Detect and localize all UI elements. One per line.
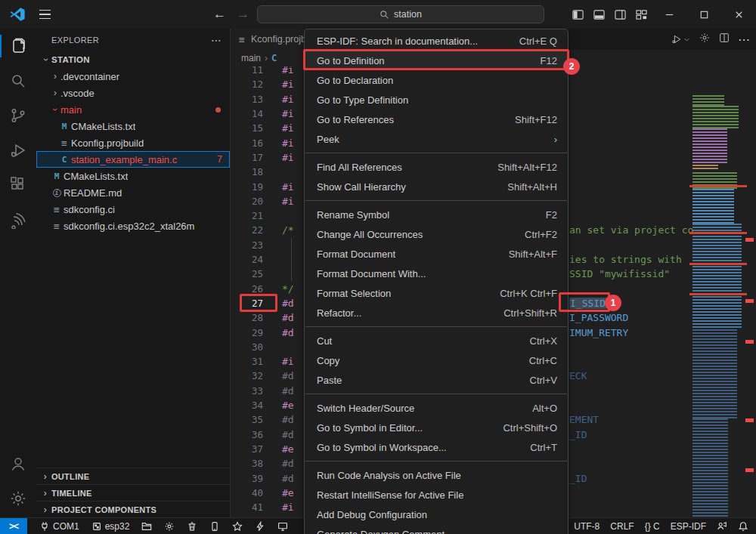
file-type-icon-list: ≡ [50, 221, 64, 232]
tree-item-sdkconfig-ci[interactable]: ≡sdkconfig.ci [36, 201, 230, 218]
overview-error-mark [745, 238, 754, 242]
status-esp-idf[interactable]: ESP-IDF [671, 521, 706, 532]
tree-item-station-example-main-c[interactable]: Cstation_example_main.c7 [36, 151, 230, 168]
menu-item-switch-header-source[interactable]: Switch Header/SourceAlt+O [305, 398, 568, 418]
overview-error-mark [745, 418, 754, 422]
menu-item-refactor[interactable]: Refactor...Ctrl+Shift+R [305, 303, 568, 323]
minimap-code-block [692, 224, 742, 329]
config-file-icon: ≡ [237, 34, 247, 45]
menu-item-restart-intellisense-for-active-file[interactable]: Restart IntelliSense for Active File [305, 485, 568, 505]
sidebar-section-project-components[interactable]: ›PROJECT COMPONENTS [36, 501, 230, 517]
maximize-button[interactable] [686, 0, 721, 29]
command-center-search[interactable]: station [257, 5, 544, 23]
editor-gear-icon[interactable] [699, 32, 711, 47]
status-trash-icon[interactable] [187, 521, 197, 532]
extensions-icon[interactable] [0, 168, 36, 202]
explorer-sidebar: EXPLORER ⋯ › STATION ›.devcontainer›.vsc… [36, 29, 231, 517]
nav-forward-button[interactable]: → [237, 7, 249, 22]
settings-gear-icon[interactable] [0, 481, 36, 516]
run-debug-icon[interactable] [0, 133, 36, 168]
code-text-right: SSID "mywifissid" [569, 268, 670, 279]
tree-item-cmakelists-txt[interactable]: MCMakeLists.txt [36, 118, 230, 134]
menu-item-go-to-references[interactable]: Go to ReferencesShift+F12 [305, 110, 568, 129]
menu-item-rename-symbol[interactable]: Rename SymbolF2 [305, 205, 568, 224]
remote-indicator[interactable]: >< [0, 518, 27, 534]
status-feedback-icon[interactable] [717, 521, 727, 532]
sidebar-section-timeline[interactable]: ›TIMELINE [36, 484, 230, 501]
menu-item-change-all-occurrences[interactable]: Change All OccurrencesCtrl+F2 [305, 224, 568, 244]
tree-item-kconfig-projbuild[interactable]: ≡Kconfig.projbuild [36, 134, 230, 151]
menu-item-go-to-type-definition[interactable]: Go to Type Definition [305, 90, 568, 110]
tree-item-main[interactable]: ›main [36, 101, 230, 118]
code-text: #d [282, 298, 294, 309]
menu-item-format-document-with[interactable]: Format Document With... [305, 264, 568, 283]
status-bell-icon[interactable] [738, 521, 748, 532]
status--c[interactable]: {} C [645, 521, 660, 532]
line-number: 23 [231, 239, 263, 251]
source-control-icon[interactable] [0, 98, 36, 133]
vscode-logo [9, 6, 26, 23]
split-editor-icon[interactable] [718, 32, 730, 47]
line-number: 37 [231, 443, 263, 455]
close-button[interactable] [721, 0, 756, 29]
menu-item-go-to-definition[interactable]: Go to DefinitionF12 [305, 51, 568, 70]
customize-layout-icon[interactable] [631, 0, 652, 29]
minimap-error-line [689, 293, 747, 295]
toggle-panel-icon[interactable] [588, 0, 609, 29]
status-esp32[interactable]: esp32 [91, 521, 130, 532]
code-text: #i [282, 356, 294, 367]
code-text: #d [282, 312, 294, 323]
workspace-root[interactable]: › STATION [36, 51, 230, 68]
tree-item-cmakelists-txt[interactable]: MCMakeLists.txt [36, 168, 230, 184]
status-crlf[interactable]: CRLF [610, 521, 634, 532]
code-text: #e [282, 443, 294, 455]
tree-item-readme-md[interactable]: iREADME.md [36, 184, 230, 201]
tree-item-sdkconfig-ci-esp32c2-xtal26m[interactable]: ≡sdkconfig.ci.esp32c2_xtal26m [36, 218, 230, 234]
editor-more-actions-icon[interactable]: ⋯ [738, 32, 750, 47]
menu-item-go-to-symbol-in-workspace[interactable]: Go to Symbol in Workspace...Ctrl+T [305, 437, 568, 457]
menu-item-go-to-symbol-in-editor[interactable]: Go to Symbol in Editor...Ctrl+Shift+O [305, 418, 568, 437]
status-folder-icon[interactable] [141, 521, 152, 532]
menu-item-format-document[interactable]: Format DocumentShift+Alt+F [305, 244, 568, 264]
minimap-error-line [689, 263, 747, 265]
status-monitor-icon[interactable] [277, 521, 288, 532]
status-bolt-icon[interactable] [255, 521, 265, 532]
run-or-debug-icon[interactable] [671, 33, 691, 45]
espressif-idf-icon[interactable] [0, 202, 36, 237]
tree-item--vscode[interactable]: ›.vscode [36, 85, 230, 101]
status-utf-8[interactable]: UTF-8 [574, 521, 600, 532]
account-icon[interactable] [0, 446, 36, 481]
menu-item-show-call-hierarchy[interactable]: Show Call HierarchyShift+Alt+H [305, 177, 568, 196]
hamburger-menu-icon[interactable] [39, 10, 51, 20]
status-gear-icon[interactable] [164, 521, 175, 532]
toggle-primary-sidebar-icon[interactable] [567, 0, 588, 29]
status-star-icon[interactable] [232, 521, 243, 532]
menu-item-run-code-analysis-on-active-file[interactable]: Run Code Analysis on Active File [305, 465, 568, 485]
line-number: 36 [231, 429, 263, 440]
nav-back-button[interactable]: ← [213, 7, 226, 22]
minimap[interactable] [689, 66, 747, 517]
menu-item-generate-doxygen-comment[interactable]: Generate Doxygen Comment [305, 524, 568, 534]
sidebar-section-outline[interactable]: ›OUTLINE [36, 468, 230, 484]
code-text-right: _ID [569, 473, 587, 484]
menu-item-cut[interactable]: CutCtrl+X [305, 331, 568, 350]
menu-item-go-to-declaration[interactable]: Go to Declaration [305, 70, 568, 90]
menu-item-add-debug-configuration[interactable]: Add Debug Configuration [305, 505, 568, 524]
search-icon [380, 10, 389, 20]
status-com1[interactable]: COM1 [39, 521, 79, 532]
explorer-more-actions-icon[interactable]: ⋯ [211, 34, 222, 46]
tree-item--devcontainer[interactable]: ›.devcontainer [36, 68, 230, 85]
status-device-icon[interactable] [209, 521, 220, 532]
overview-error-mark [745, 340, 754, 344]
menu-item-copy[interactable]: CopyCtrl+C [305, 350, 568, 370]
minimize-button[interactable] [652, 0, 686, 29]
menu-item-find-all-references[interactable]: Find All ReferencesShift+Alt+F12 [305, 157, 568, 177]
menu-item-format-selection[interactable]: Format SelectionCtrl+K Ctrl+F [305, 283, 568, 303]
menu-item-esp-idf-search-in-documentation[interactable]: ESP-IDF: Search in documentation...Ctrl+… [305, 31, 568, 51]
menu-item-paste[interactable]: PasteCtrl+V [305, 370, 568, 390]
search-icon[interactable] [0, 63, 36, 98]
toggle-secondary-sidebar-icon[interactable] [609, 0, 631, 29]
menu-item-peek[interactable]: Peek› [305, 129, 568, 149]
explorer-icon[interactable] [0, 29, 36, 63]
minimap-error-line [689, 185, 747, 187]
